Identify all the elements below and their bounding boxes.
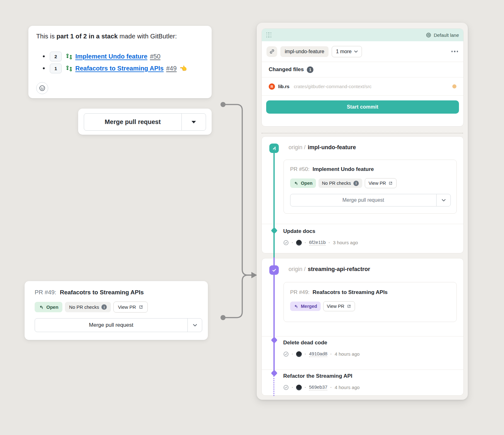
- branch-name-pill[interactable]: impl-undo-feature: [280, 46, 329, 57]
- commit-title: Update docs: [283, 228, 315, 234]
- chain-link-icon[interactable]: [266, 46, 277, 57]
- commit-meta-row: 569eb37 4 hours ago: [283, 384, 360, 390]
- bullet-dot: [43, 67, 45, 69]
- checks-badge-label: No PR checks: [322, 181, 351, 186]
- status-badge-open: Open: [290, 178, 316, 188]
- more-branches-label: 1 more: [336, 49, 352, 54]
- merge-options-dropdown[interactable]: [437, 194, 450, 206]
- pr-50-inner-card: PR #50: Implement Undo feature Open No P…: [284, 160, 457, 214]
- pr-number-label: PR #50:: [290, 166, 309, 172]
- timeline-line-teal: [273, 148, 275, 257]
- uncommitted-changes-card: Default lane impl-undo-feature 1 more: [261, 28, 464, 127]
- commit-hash-link[interactable]: 569eb37: [309, 384, 327, 390]
- more-branches-dropdown[interactable]: 1 more: [332, 46, 362, 57]
- merge-pull-request-button[interactable]: Merge pull request: [35, 319, 187, 332]
- status-badge-checks: No PR checks: [318, 178, 362, 188]
- rust-file-icon: [269, 83, 275, 90]
- merge-pull-request-split-button[interactable]: Merge pull request: [35, 318, 202, 332]
- check-circle-icon: [283, 240, 289, 246]
- status-badge-checks: No PR checks: [65, 302, 111, 312]
- timeline-line-purple: [273, 257, 275, 373]
- commit-time: 4 hours ago: [335, 351, 359, 357]
- pr-card-title: PR #50: Implement Undo feature: [290, 166, 374, 172]
- commit-hash-link[interactable]: 6f2e11b: [309, 240, 326, 246]
- pr-number-49[interactable]: #49: [166, 65, 176, 72]
- commit-hash-link[interactable]: 4910ad8: [309, 351, 327, 357]
- dot-separator: [330, 351, 332, 357]
- more-options-button[interactable]: [451, 49, 459, 54]
- view-pr-button[interactable]: View PR: [113, 302, 147, 313]
- open-badge-label: Open: [46, 304, 58, 310]
- gitbutler-stack-overview: This is part 1 of 2 in a stack made with…: [0, 0, 504, 435]
- lane-header-right: Default lane: [426, 32, 459, 38]
- view-pr-button[interactable]: View PR: [323, 301, 355, 311]
- modified-status-dot: [452, 84, 456, 88]
- branch-name: streaming-api-refactror: [308, 266, 370, 273]
- merge-button-label: Merge pull request: [342, 197, 384, 203]
- file-path: crates/gitbutler-command-context/src: [294, 84, 449, 89]
- merge-options-dropdown[interactable]: [188, 319, 202, 332]
- stack-list-item: 1 Reafacotrs to Streaming APIs #49 👈: [36, 63, 187, 74]
- view-pr-button[interactable]: View PR: [365, 178, 397, 188]
- pr-open-icon: [294, 181, 298, 186]
- pr-title: Reafacotrs to Streaming APIs: [312, 289, 387, 295]
- merge-options-dropdown[interactable]: [182, 114, 206, 130]
- info-icon: [101, 304, 107, 310]
- commit-time: 3 hours ago: [333, 240, 358, 245]
- pr-49-card: PR #49: Reafacotrs to Streaming APIs Ope…: [25, 281, 208, 340]
- pr-number-label: PR #49:: [35, 289, 56, 296]
- author-avatar: [296, 385, 302, 390]
- pr-number-50[interactable]: #50: [150, 53, 160, 60]
- merge-pull-request-button[interactable]: Merge pull request: [84, 114, 181, 130]
- external-link-icon: [347, 304, 351, 308]
- merge-pull-request-split-button[interactable]: Merge pull request: [290, 194, 451, 206]
- remote-label: origin /: [289, 266, 306, 273]
- bullet-dot: [43, 55, 45, 57]
- branch-name: impl-undo-feature: [308, 144, 356, 151]
- merged-check-icon: [269, 265, 279, 275]
- start-commit-button[interactable]: Start commit: [266, 100, 459, 114]
- merge-button-label: Merge pull request: [89, 322, 133, 328]
- branch-card-streaming-api-refactror: origin / streaming-api-refactror PR #49:…: [261, 258, 464, 396]
- merged-badge-label: Merged: [301, 304, 317, 309]
- drag-handle[interactable]: [266, 32, 272, 38]
- dot-separator: [292, 351, 293, 357]
- connector-arrowhead: [251, 272, 257, 278]
- open-badge-label: Open: [301, 181, 312, 186]
- file-name: lib.rs: [278, 84, 289, 89]
- view-pr-label: View PR: [369, 181, 386, 186]
- dot-separator: [305, 351, 306, 357]
- pr-49-inner-card: PR #49: Reafacotrs to Streaming APIs Mer…: [284, 282, 457, 322]
- checks-badge-label: No PR checks: [69, 304, 99, 310]
- info-icon: [353, 181, 359, 186]
- merge-pull-request-split-button[interactable]: Merge pull request: [84, 113, 206, 131]
- dot-separator: [305, 240, 306, 245]
- merge-popup-card: Merge pull request: [78, 109, 212, 135]
- author-avatar: [296, 351, 302, 357]
- commit-title: Delete dead code: [283, 340, 327, 346]
- start-commit-area: Start commit: [262, 96, 463, 114]
- pr-link-50[interactable]: Implement Undo feature: [75, 53, 147, 60]
- stacked-pr-icon: [66, 65, 72, 72]
- check-circle-icon: [283, 385, 289, 390]
- target-icon: [426, 32, 431, 38]
- chevron-down-icon: [442, 199, 446, 202]
- pr-card-title: PR #49: Reafacotrs to Streaming APIs: [290, 289, 388, 296]
- changed-files-count-badge: 1: [307, 66, 313, 73]
- pr-number-label: PR #49:: [290, 289, 309, 295]
- view-pr-label: View PR: [327, 304, 344, 309]
- changed-file-row[interactable]: lib.rs crates/gitbutler-command-context/…: [262, 77, 463, 96]
- row-divider: [262, 224, 463, 224]
- pr-link-49[interactable]: Reafacotrs to Streaming APIs: [75, 65, 163, 72]
- timeline-dotted-tail: [273, 376, 274, 396]
- branch-selector-row: impl-undo-feature 1 more: [262, 41, 463, 62]
- view-pr-label: View PR: [118, 304, 136, 310]
- chevron-down-icon: [193, 324, 197, 327]
- changed-files-header: Changed files 1: [262, 62, 463, 77]
- merge-pull-request-button[interactable]: Merge pull request: [290, 194, 436, 206]
- row-divider: [262, 370, 463, 370]
- stacked-pr-icon: [66, 53, 72, 60]
- stack-list-item: 2 Implement Undo feature #50: [36, 51, 163, 62]
- add-reaction-button[interactable]: [36, 82, 48, 94]
- pr-merged-icon: [294, 304, 298, 309]
